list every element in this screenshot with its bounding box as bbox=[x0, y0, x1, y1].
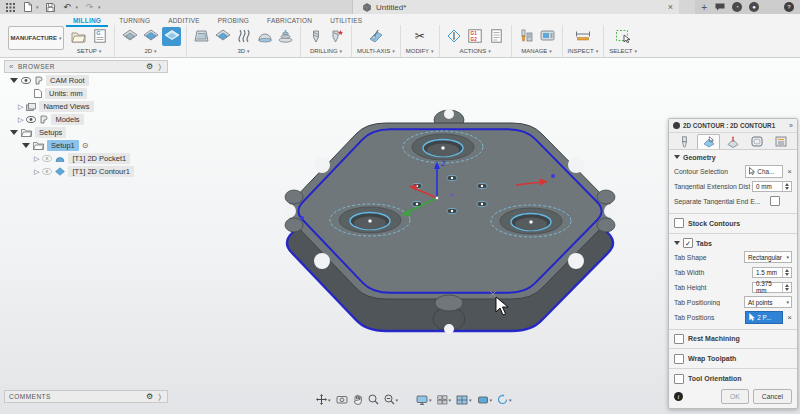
geometry-section-header[interactable]: Geometry bbox=[674, 151, 792, 164]
tab-positioning-select[interactable]: At points▾ bbox=[744, 296, 792, 308]
tab-width-input[interactable]: 1.5 mm bbox=[752, 267, 792, 278]
3d-spiral-icon[interactable] bbox=[276, 27, 295, 46]
heights-tab-icon[interactable] bbox=[721, 134, 744, 149]
tool-library-icon[interactable] bbox=[517, 27, 536, 46]
group-inspect-label[interactable]: INSPECT▾ bbox=[568, 48, 599, 54]
group-modify-label[interactable]: MODIFY▾ bbox=[406, 48, 434, 54]
look-at-icon[interactable] bbox=[336, 395, 348, 404]
redo-icon[interactable]: ↷ bbox=[84, 2, 95, 13]
group-multiaxis-label[interactable]: MULTI-AXIS▾ bbox=[357, 48, 395, 54]
tabs-checkbox[interactable]: ✓ bbox=[683, 238, 693, 248]
browser-collapse-icon[interactable]: « bbox=[9, 62, 14, 71]
document-close-icon[interactable]: × bbox=[668, 2, 673, 12]
group-select-label[interactable]: SELECT▾ bbox=[609, 48, 637, 54]
measure-icon[interactable] bbox=[573, 27, 592, 46]
gcode-document-icon[interactable]: G bbox=[90, 27, 109, 46]
active-setup-radio-icon[interactable]: ⊙ bbox=[82, 141, 89, 150]
comments-panel-header[interactable]: COMMENTS ⚙ ❭ bbox=[4, 390, 168, 403]
tree-label[interactable]: [T1] 2D Contour1 bbox=[68, 166, 134, 177]
expander-closed-icon[interactable]: ▷ bbox=[34, 168, 39, 176]
display-settings-icon[interactable]: ▾ bbox=[416, 395, 432, 405]
tree-label[interactable]: Setups bbox=[35, 127, 66, 138]
stock-contours-checkbox[interactable] bbox=[674, 218, 684, 228]
contour-selection-chip[interactable]: Cha... bbox=[745, 165, 783, 178]
tangential-extension-input[interactable]: 0 mm bbox=[752, 181, 792, 192]
comments-gear-icon[interactable]: ⚙ bbox=[146, 392, 154, 401]
wrap-toolpath-checkbox[interactable] bbox=[674, 354, 684, 364]
3d-pocket-icon[interactable] bbox=[213, 27, 232, 46]
tree-item-2d-contour1[interactable]: ▷ [T1] 2D Contour1 bbox=[4, 165, 204, 178]
grid-snaps-icon[interactable]: ▾ bbox=[437, 395, 452, 405]
contour-selection-clear-icon[interactable]: × bbox=[787, 167, 792, 176]
scissors-icon[interactable]: ✂ bbox=[410, 27, 429, 46]
tool-orientation-section-header[interactable]: Tool Orientation bbox=[669, 371, 797, 386]
setup-sheet-icon[interactable] bbox=[487, 27, 506, 46]
expander-closed-icon[interactable]: ▷ bbox=[34, 155, 39, 163]
linking-tab-icon[interactable] bbox=[769, 134, 792, 149]
undo-icon[interactable]: ↶ bbox=[62, 2, 73, 13]
wrap-toolpath-section-header[interactable]: Wrap Toolpath bbox=[669, 351, 797, 366]
viewports-icon[interactable]: ▾ bbox=[456, 395, 472, 405]
rest-machining-checkbox[interactable] bbox=[674, 334, 684, 344]
tab-positions-clear-icon[interactable]: × bbox=[787, 313, 792, 322]
redo-dropdown[interactable]: ▾ bbox=[98, 4, 101, 10]
tab-height-input[interactable]: 0.375 mm bbox=[752, 282, 792, 293]
passes-tab-icon[interactable] bbox=[745, 134, 768, 149]
expander-open-icon[interactable] bbox=[10, 130, 18, 135]
visibility-eye-off-icon[interactable] bbox=[42, 155, 52, 162]
geometry-tab-icon[interactable] bbox=[697, 134, 720, 149]
spinner-control[interactable] bbox=[782, 283, 791, 292]
tree-item-models[interactable]: ▷ Models bbox=[4, 113, 204, 126]
file-menu-icon[interactable] bbox=[22, 2, 33, 13]
tab-positions-chip[interactable]: 2 P... bbox=[745, 311, 783, 324]
save-icon[interactable] bbox=[45, 2, 56, 13]
zoom-icon[interactable] bbox=[368, 394, 379, 405]
comment-icon[interactable] bbox=[714, 2, 725, 13]
tree-item-2d-pocket1[interactable]: ▷ [T1] 2D Pocket1 bbox=[4, 152, 204, 165]
3d-parallel-icon[interactable] bbox=[234, 27, 253, 46]
2d-contour-icon[interactable] bbox=[162, 27, 181, 46]
tab-shape-select[interactable]: Rectangular▾ bbox=[744, 251, 792, 263]
dialog-expand-icon[interactable]: » bbox=[789, 122, 793, 129]
undo-dropdown[interactable]: ▾ bbox=[76, 4, 79, 10]
tree-label[interactable]: [T1] 2D Pocket1 bbox=[68, 153, 130, 164]
tree-item-units[interactable]: Units: mm bbox=[4, 87, 204, 100]
expander-closed-icon[interactable]: ▷ bbox=[18, 103, 23, 111]
tree-item-cam-root[interactable]: CAM Root bbox=[4, 74, 204, 87]
tree-label[interactable]: Models bbox=[51, 114, 83, 125]
visibility-eye-icon[interactable] bbox=[21, 77, 31, 84]
expander-open-icon[interactable] bbox=[22, 143, 30, 148]
drill-icon[interactable] bbox=[306, 27, 325, 46]
pan-hand-icon[interactable] bbox=[353, 394, 363, 405]
group-manage-label[interactable]: MANAGE▾ bbox=[521, 48, 552, 54]
3d-adaptive-icon[interactable] bbox=[192, 27, 211, 46]
notification-icon[interactable]: ● bbox=[749, 2, 759, 12]
machine-library-icon[interactable] bbox=[538, 27, 557, 46]
tabs-section-header[interactable]: ✓ Tabs bbox=[674, 237, 792, 250]
separate-tangential-checkbox[interactable] bbox=[770, 196, 780, 206]
visual-style-icon[interactable]: ▾ bbox=[477, 395, 493, 405]
tree-label[interactable]: CAM Root bbox=[46, 75, 89, 86]
stock-contours-section-header[interactable]: Stock Contours bbox=[669, 216, 797, 231]
app-grid-icon[interactable] bbox=[5, 2, 16, 13]
help-icon[interactable]: ? bbox=[784, 2, 794, 12]
rest-machining-section-header[interactable]: Rest Machining bbox=[669, 331, 797, 346]
browser-panel-header[interactable]: « BROWSER ⚙ ❭ bbox=[4, 60, 168, 73]
ok-button[interactable]: OK bbox=[721, 389, 749, 404]
tree-label-selected[interactable]: Setup1 bbox=[47, 140, 79, 151]
zoom-window-icon[interactable]: ▾ bbox=[384, 394, 399, 405]
dialog-header[interactable]: 2D CONTOUR : 2D CONTOUR1 » bbox=[669, 119, 797, 133]
workspace-switcher-button[interactable]: MANUFACTURE▾ bbox=[8, 26, 64, 50]
new-setup-icon[interactable] bbox=[69, 27, 88, 46]
visibility-eye-off-icon[interactable] bbox=[42, 168, 52, 175]
tool-tab-icon[interactable] bbox=[673, 134, 696, 149]
visibility-eye-icon[interactable] bbox=[26, 116, 36, 123]
2d-adaptive-icon[interactable] bbox=[141, 27, 160, 46]
spinner-control[interactable] bbox=[782, 268, 791, 277]
free-orbit-icon[interactable]: ▾ bbox=[316, 394, 331, 405]
tree-item-setups[interactable]: Setups bbox=[4, 126, 204, 139]
3d-scallop-icon[interactable] bbox=[255, 27, 274, 46]
post-process-icon[interactable]: G1G2 bbox=[466, 27, 485, 46]
tap-icon[interactable] bbox=[327, 27, 346, 46]
group-setup-label[interactable]: SETUP▾ bbox=[77, 48, 102, 54]
